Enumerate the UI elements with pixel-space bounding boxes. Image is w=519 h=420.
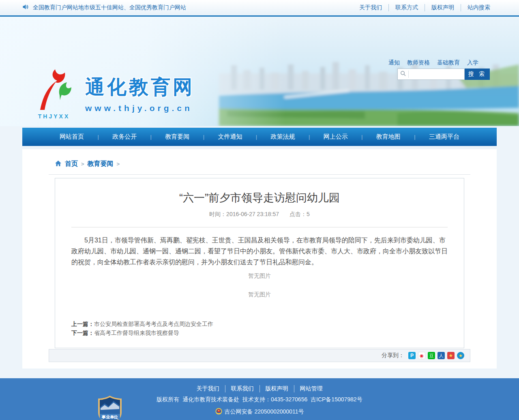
nav-item-santong-platform[interactable]: 三通两平台	[429, 133, 459, 141]
hot-link-notice[interactable]: 通知	[388, 59, 400, 66]
article-meta: 时间：2016-06-27 23:18:57点击：5	[71, 211, 448, 218]
nav-item-edu-map[interactable]: 教育地图	[376, 133, 401, 141]
search-box: 搜 索	[397, 69, 490, 80]
footer-link-site-admin[interactable]: 网站管理	[294, 385, 328, 392]
prev-next-links: 上一篇：市公安局检查部署高考考点及考点周边安全工作 下一篇：省高考工作督导组来我…	[71, 319, 448, 337]
hot-link-basic-edu[interactable]: 基础教育	[437, 59, 460, 66]
main-nav: 网站首页| 政务公开| 教育要闻| 文件通知| 政策法规| 网上公示| 教育地图…	[22, 128, 497, 146]
share-pengyou-icon[interactable]: P	[408, 352, 416, 359]
police-record-number[interactable]: 吉公网安备 22050002000011号	[225, 408, 304, 416]
breadcrumb: 首页 > 教育要闻 >	[22, 149, 497, 174]
nav-item-edu-news[interactable]: 教育要闻	[165, 133, 189, 141]
footer-copyright: 版权所有 通化市教育技术装备处 技术支持：0435-3270656 吉ICP备1…	[0, 396, 519, 403]
topbar-link-copyright[interactable]: 版权声明	[425, 4, 461, 11]
institution-badge-icon[interactable]: 事业单位	[97, 395, 122, 420]
nav-item-public-notice[interactable]: 网上公示	[324, 133, 348, 141]
logo-bird-icon	[33, 69, 75, 111]
nav-item-documents[interactable]: 文件通知	[218, 133, 242, 141]
share-douban-icon[interactable]: 豆	[428, 352, 435, 359]
content-wrapper: 首页 > 教育要闻 > “六一”前夕市领导走访慰问幼儿园 时间：2016-06-…	[22, 149, 497, 369]
no-image-placeholder: 暂无图片	[71, 272, 448, 280]
prev-article-link[interactable]: 市公安局检查部署高考考点及考点周边安全工作	[94, 321, 213, 327]
nav-divider: |	[150, 134, 152, 140]
next-article-label: 下一篇：	[71, 330, 94, 336]
meta-hits-label: 点击：	[290, 211, 307, 217]
share-renren-icon[interactable]: 人	[438, 352, 445, 359]
logo-text: THJYXX	[32, 113, 76, 120]
speaker-icon	[22, 4, 29, 12]
article-divider	[71, 227, 448, 227]
header-banner: THJYXX 通化教育网 www.thjy.org.cn 通知 教师资格 基础教…	[0, 17, 519, 126]
breadcrumb-separator: >	[117, 161, 120, 167]
topbar: 全国教育门户网站地市级五十佳网站、全国优秀教育门户网站 关于我们 联系方式 版权…	[0, 0, 519, 17]
footer: 事业单位 关于我们 联系我们 版权声明 网站管理 版权所有 通化市教育技术装备处…	[0, 378, 519, 420]
share-qzone-star-icon[interactable]: ★	[457, 352, 464, 359]
site-name: 通化教育网	[85, 74, 195, 100]
meta-time-label: 时间：	[209, 211, 226, 217]
nav-divider: |	[203, 134, 204, 140]
nav-item-policies[interactable]: 政策法规	[271, 133, 295, 141]
topbar-link-site-search[interactable]: 站内搜索	[461, 4, 497, 11]
article: “六一”前夕市领导走访慰问幼儿园 时间：2016-06-27 23:18:57点…	[55, 178, 464, 348]
search-icon	[400, 71, 406, 78]
nav-divider: |	[414, 134, 415, 140]
article-title: “六一”前夕市领导走访慰问幼儿园	[71, 191, 448, 205]
nav-item-home[interactable]: 网站首页	[60, 133, 84, 141]
nav-item-gov-affairs[interactable]: 政务公开	[112, 133, 137, 141]
footer-link-copyright[interactable]: 版权声明	[260, 385, 294, 392]
nav-divider: |	[361, 134, 362, 140]
site-honor-announcement: 全国教育门户网站地市级五十佳网站、全国优秀教育门户网站	[33, 4, 186, 11]
police-badge-icon	[215, 408, 222, 416]
share-red-star-icon[interactable]: ★	[447, 352, 455, 359]
article-body: 5月31日，市领导管伟新、焉再鹏、翟宪枝、王世贵、王国昌及相关领导，在市教育局领…	[71, 235, 448, 268]
breadcrumb-home[interactable]: 首页	[65, 160, 78, 168]
share-weibo-icon[interactable]: ◉	[418, 352, 425, 359]
site-url: www.thjy.org.cn	[85, 103, 195, 113]
share-bar: 分享到： P ◉ 豆 人 ★ ★	[49, 349, 470, 362]
site-logo[interactable]: THJYXX	[32, 69, 76, 120]
next-article-row: 下一篇：省高考工作督导组来我市视察督导	[71, 328, 448, 337]
next-article-link[interactable]: 省高考工作督导组来我市视察督导	[94, 330, 179, 336]
nav-divider: |	[256, 134, 257, 140]
prev-article-row: 上一篇：市公安局检查部署高考考点及考点周边安全工作	[71, 319, 448, 328]
meta-hits-value: 5	[307, 211, 310, 217]
hot-link-enrollment[interactable]: 入学	[467, 59, 478, 66]
share-label: 分享到：	[382, 352, 404, 359]
svg-text:事业单位: 事业单位	[101, 415, 118, 419]
footer-link-about[interactable]: 关于我们	[191, 385, 225, 392]
breadcrumb-edu-news[interactable]: 教育要闻	[88, 160, 114, 168]
breadcrumb-separator: >	[81, 161, 84, 167]
hot-links: 通知 教师资格 基础教育 入学	[388, 59, 478, 66]
search-input[interactable]	[408, 71, 461, 78]
topbar-link-contact[interactable]: 联系方式	[389, 4, 425, 11]
nav-divider: |	[309, 134, 310, 140]
prev-article-label: 上一篇：	[71, 321, 94, 327]
nav-divider: |	[97, 134, 99, 140]
no-image-placeholder: 暂无图片	[71, 291, 448, 298]
hot-link-teacher-cert[interactable]: 教师资格	[407, 59, 430, 66]
topbar-link-about[interactable]: 关于我们	[353, 4, 389, 11]
search-button[interactable]: 搜 索	[465, 69, 490, 80]
home-icon	[55, 160, 62, 168]
footer-links: 关于我们 联系我们 版权声明 网站管理	[0, 385, 519, 392]
meta-time-value: 2016-06-27 23:18:57	[226, 211, 279, 217]
topbar-links: 关于我们 联系方式 版权声明 站内搜索	[353, 4, 497, 11]
breadcrumb-divider	[49, 174, 470, 175]
footer-link-contact[interactable]: 联系我们	[225, 385, 260, 392]
